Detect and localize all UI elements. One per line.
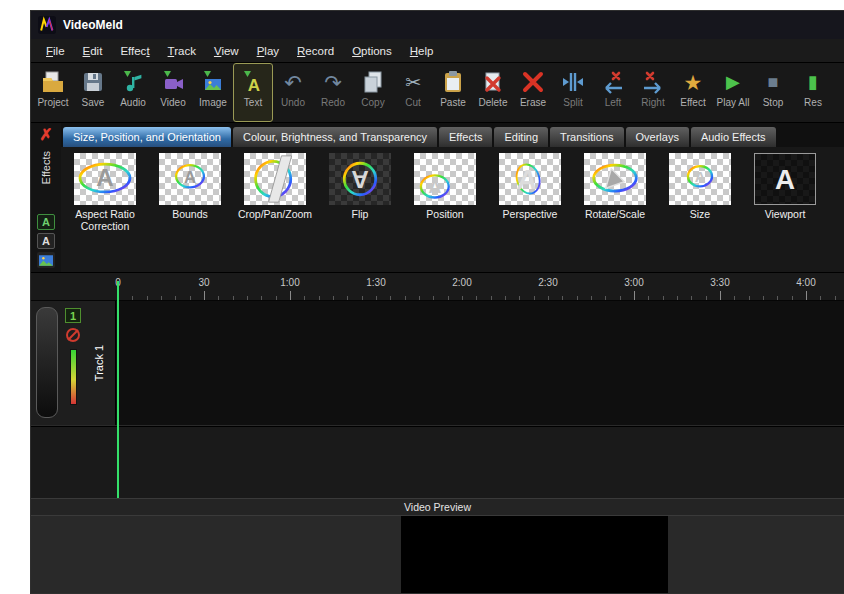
effect-icon: ★	[680, 69, 706, 95]
ruler-tick	[290, 291, 291, 300]
ruler-tick	[620, 296, 621, 300]
menu-item-help[interactable]: Help	[401, 41, 443, 61]
ruler-tick	[147, 296, 148, 300]
ruler-tick	[605, 296, 606, 300]
text-icon: A	[240, 69, 266, 95]
toolbar-button-label: Paste	[440, 97, 466, 108]
video-icon	[160, 69, 186, 95]
image-button[interactable]: Image	[193, 63, 233, 122]
title-effects-filter-icon[interactable]: A	[37, 233, 55, 249]
audio-button[interactable]: Audio	[113, 63, 153, 122]
app-logo-icon	[38, 16, 56, 34]
effect-item-bounds[interactable]: ABounds	[150, 153, 230, 270]
delete-icon	[480, 69, 506, 95]
copy-button[interactable]: Copy	[353, 63, 393, 122]
effect-thumbnail: A	[499, 153, 561, 205]
paste-button[interactable]: Paste	[433, 63, 473, 122]
stop-icon: ■	[760, 69, 786, 95]
undo-button[interactable]: ↶Undo	[273, 63, 313, 122]
play-all-button[interactable]: ▶Play All	[713, 63, 753, 122]
video-button[interactable]: Video	[153, 63, 193, 122]
play-all-icon: ▶	[720, 69, 746, 95]
timeline-ruler[interactable]: 0301:001:302:002:303:003:304:00	[31, 273, 844, 301]
image-effects-filter-icon[interactable]	[37, 252, 55, 268]
tab-audio-effects[interactable]: Audio Effects	[691, 127, 776, 147]
svg-text:A: A	[248, 76, 260, 94]
tab-effects[interactable]: Effects	[439, 127, 492, 147]
effect-item-perspective[interactable]: APerspective	[490, 153, 570, 270]
ruler-tick	[462, 296, 463, 300]
effect-thumbnail: A	[329, 153, 391, 205]
project-button[interactable]: Project	[33, 63, 73, 122]
erase-icon	[520, 69, 546, 95]
toolbar-button-label: Undo	[281, 97, 305, 108]
menu-item-options[interactable]: Options	[343, 41, 401, 61]
effect-label: Flip	[352, 208, 369, 220]
ruler-tick	[663, 296, 664, 300]
redo-button[interactable]: ↷Redo	[313, 63, 353, 122]
cut-button[interactable]: ✂Cut	[393, 63, 433, 122]
tab-editing[interactable]: Editing	[494, 127, 548, 147]
effect-label: Crop/Pan/Zoom	[238, 208, 312, 220]
track-row[interactable]: 1 Track 1	[31, 301, 844, 426]
text-button[interactable]: AText	[233, 63, 273, 122]
cut-icon: ✂	[400, 69, 426, 95]
ruler-tick-label: 3:30	[710, 277, 729, 288]
menu-item-view[interactable]: View	[205, 41, 248, 61]
title-bar[interactable]: VideoMeld	[31, 11, 844, 39]
close-effects-button[interactable]: ✗	[33, 123, 59, 146]
toolbar-button-label: Left	[605, 97, 622, 108]
effects-filter-icons: A A	[37, 214, 55, 272]
effect-item-crop-pan-zoom[interactable]: Crop/Pan/Zoom	[235, 153, 315, 270]
erase-button[interactable]: Erase	[513, 63, 553, 122]
right-button[interactable]: Right	[633, 63, 673, 122]
effect-item-rotate-scale[interactable]: Rotate/Scale	[575, 153, 655, 270]
tab-transitions[interactable]: Transitions	[550, 127, 623, 147]
effect-item-position[interactable]: APosition	[405, 153, 485, 270]
effect-item-viewport[interactable]: AViewport	[745, 153, 825, 270]
menu-item-file[interactable]: File	[37, 41, 74, 61]
split-button[interactable]: Split	[553, 63, 593, 122]
menu-item-effect[interactable]: Effect	[111, 41, 158, 61]
tab-colour-brightness-and-transparency[interactable]: Colour, Brightness, and Transparency	[233, 127, 437, 147]
toolbar-button-label: Audio	[120, 97, 146, 108]
stop-button[interactable]: ■Stop	[753, 63, 793, 122]
effect-item-size[interactable]: ASize	[660, 153, 740, 270]
ruler-tick	[390, 296, 391, 300]
svg-text:A: A	[775, 164, 795, 195]
effects-region: ✗ Effects A A Size, Position, and Orient…	[31, 123, 844, 273]
track-fader[interactable]	[36, 307, 58, 418]
ruler-tick	[333, 296, 334, 300]
save-button[interactable]: Save	[73, 63, 113, 122]
video-preview-label: Video Preview	[404, 501, 471, 513]
menu-item-track[interactable]: Track	[159, 41, 205, 61]
ruler-tick	[448, 296, 449, 300]
effect-item-aspect-ratio-correction[interactable]: AAspect Ratio Correction	[65, 153, 145, 270]
tab-overlays[interactable]: Overlays	[626, 127, 689, 147]
delete-button[interactable]: Delete	[473, 63, 513, 122]
ruler-tick	[820, 296, 821, 300]
left-button[interactable]: Left	[593, 63, 633, 122]
menu-item-edit[interactable]: Edit	[74, 41, 112, 61]
timeline-empty-area[interactable]	[31, 426, 844, 498]
res-button[interactable]: ▮Res	[793, 63, 833, 122]
ruler-tick	[405, 296, 406, 300]
effect-button[interactable]: ★Effect	[673, 63, 713, 122]
effect-thumbnail: A	[159, 153, 221, 205]
track-mute-icon[interactable]	[66, 328, 80, 342]
track-volume-meter[interactable]	[70, 349, 77, 405]
toolbar-button-label: Copy	[361, 97, 384, 108]
toolbar-button-label: Delete	[479, 97, 508, 108]
menu-item-play[interactable]: Play	[248, 41, 288, 61]
toolbar-button-label: Play All	[717, 97, 750, 108]
playhead[interactable]	[117, 281, 119, 498]
track-number-button[interactable]: 1	[65, 308, 81, 323]
menu-item-record[interactable]: Record	[288, 41, 343, 61]
text-effects-filter-icon[interactable]: A	[37, 214, 55, 230]
ruler-tick	[548, 296, 549, 300]
effect-thumbnail: A	[414, 153, 476, 205]
ruler-tick	[534, 296, 535, 300]
ruler-tick	[505, 296, 506, 300]
effect-item-flip[interactable]: AFlip	[320, 153, 400, 270]
tab-size-position-and-orientation[interactable]: Size, Position, and Orientation	[63, 127, 231, 147]
